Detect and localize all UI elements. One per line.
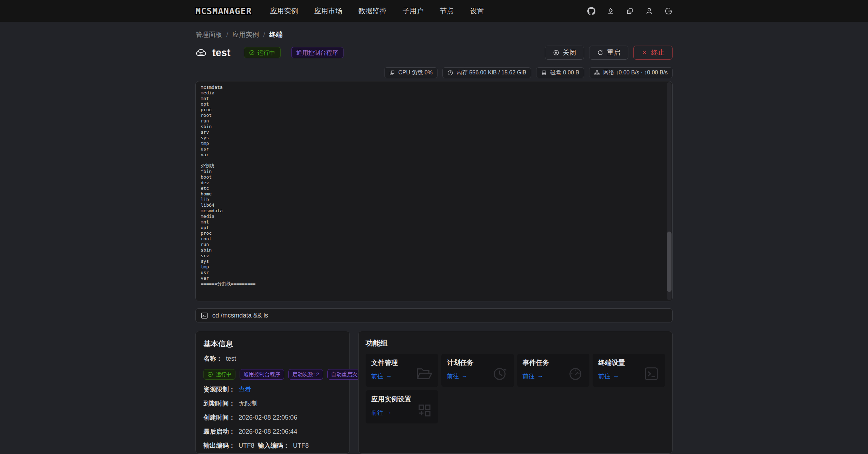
cloud-server-icon: [195, 47, 207, 58]
breadcrumb-dashboard[interactable]: 管理面板: [195, 30, 222, 39]
terminal-scrollbar-thumb[interactable]: [667, 232, 672, 292]
main-nav: 应用实例 应用市场 数据监控 子用户 节点 设置: [270, 6, 484, 16]
breadcrumb-instances[interactable]: 应用实例: [232, 30, 259, 39]
reload-icon: [597, 49, 603, 56]
arrow-right-icon: →: [538, 372, 543, 380]
tile-terminal-settings[interactable]: 终端设置 前往→: [593, 354, 665, 387]
expiry-row: 到期时间： 无限制: [203, 399, 342, 408]
resource-stats: CPU 负载 0% 内存 556.00 KiB / 15.62 GiB 磁盘 0…: [195, 67, 673, 78]
goto-instance-settings-link[interactable]: 前往→: [371, 409, 392, 417]
dashboard-gauge-icon: [566, 365, 585, 383]
pause-circle-icon: [553, 49, 559, 56]
close-x-icon: [641, 49, 648, 56]
goto-scheduled-tasks-link[interactable]: 前往→: [447, 372, 468, 380]
apps-blocks-icon: [415, 401, 433, 419]
close-button[interactable]: 关闭: [545, 46, 584, 60]
goto-file-management-link[interactable]: 前往→: [371, 372, 392, 380]
goto-event-tasks-link[interactable]: 前往→: [523, 372, 543, 380]
breadcrumb-terminal: 终端: [269, 30, 283, 39]
tile-file-management[interactable]: 文件管理 前往→: [366, 354, 438, 387]
navbar-icons: [587, 7, 673, 15]
cpu-stat: CPU 负载 0%: [384, 67, 438, 78]
schedule-clock-icon: [491, 365, 509, 383]
terminal-output: mcsmdata media mnt opt proc root run sbi…: [196, 81, 672, 290]
nav-item-settings[interactable]: 设置: [470, 6, 484, 16]
arrow-right-icon: →: [613, 372, 619, 380]
modules-icon[interactable]: [626, 7, 634, 15]
app-logo[interactable]: MCSMANAGER: [195, 6, 252, 16]
top-navbar: MCSMANAGER 应用实例 应用市场 数据监控 子用户 节点 设置: [0, 0, 868, 22]
restart-button[interactable]: 重启: [589, 46, 628, 60]
instance-badges: 运行中 通用控制台程序 启动次数: 2 自动重启次数: 0: [203, 369, 342, 380]
nav-item-monitoring[interactable]: 数据监控: [359, 6, 387, 16]
github-icon[interactable]: [587, 7, 595, 15]
theme-icon[interactable]: [607, 7, 615, 15]
function-group-card: 功能组 文件管理 前往→ 计划任务 前往→ 事件任务: [358, 331, 673, 454]
command-input-wrap: [195, 308, 673, 322]
tile-instance-settings[interactable]: 应用实例设置 前往→: [366, 390, 438, 423]
network-stat: 网络 ↓0.00 B/s · ↑0.00 B/s: [589, 67, 673, 78]
user-icon[interactable]: [645, 7, 653, 15]
basic-info-title: 基本信息: [203, 339, 342, 349]
last-start-row: 最后启动： 2026-02-08 22:06:44: [203, 427, 342, 436]
nav-item-market[interactable]: 应用市场: [314, 6, 342, 16]
memory-stat: 内存 556.00 KiB / 15.62 GiB: [442, 67, 531, 78]
arrow-right-icon: →: [386, 409, 392, 417]
basic-info-card: 基本信息 名称： test 运行中 通用控制台程序 启动次数: 2 自动重启次数…: [195, 331, 350, 454]
created-row: 创建时间： 2026-02-08 22:05:06: [203, 413, 342, 422]
arrow-right-icon: →: [386, 372, 392, 380]
terminal-icon: [642, 365, 660, 383]
encoding-row: 输出编码： UTF8 输入编码： UTF8: [203, 441, 342, 450]
instance-header: test 运行中 通用控制台程序 关闭 重启 终止: [195, 46, 673, 60]
page-title: test: [212, 47, 231, 59]
check-circle-icon: [207, 372, 213, 377]
status-badge: 运行中: [244, 47, 281, 58]
nav-item-instances[interactable]: 应用实例: [270, 6, 298, 16]
function-group-title: 功能组: [366, 338, 665, 348]
gauge-icon: [447, 70, 453, 76]
breadcrumb: 管理面板 / 应用实例 / 终端: [195, 30, 673, 39]
goto-terminal-settings-link[interactable]: 前往→: [598, 372, 619, 380]
disk-stat: 磁盘 0.00 B: [536, 67, 584, 78]
status-badge: 运行中: [203, 369, 235, 380]
database-icon: [541, 70, 547, 76]
type-badge: 通用控制台程序: [240, 369, 284, 380]
command-input[interactable]: [212, 312, 667, 319]
nav-item-nodes[interactable]: 节点: [440, 6, 454, 16]
cpu-icon: [389, 70, 395, 76]
start-count-badge: 启动次数: 2: [288, 369, 323, 380]
logout-icon[interactable]: [665, 7, 673, 15]
check-circle-icon: [249, 50, 255, 55]
tile-event-tasks[interactable]: 事件任务 前往→: [517, 354, 590, 387]
arrow-right-icon: →: [462, 372, 468, 380]
kill-button[interactable]: 终止: [633, 46, 673, 60]
terminal-panel: mcsmdata media mnt opt proc root run sbi…: [195, 81, 673, 301]
nav-item-subusers[interactable]: 子用户: [403, 6, 424, 16]
breadcrumb-separator: /: [263, 31, 265, 39]
view-limit-link[interactable]: 查看: [239, 385, 251, 394]
cluster-icon: [594, 70, 600, 76]
type-badge: 通用控制台程序: [291, 47, 343, 58]
resource-limit-row: 资源限制： 查看: [203, 385, 342, 394]
folder-open-icon: [415, 365, 433, 383]
tile-scheduled-tasks[interactable]: 计划任务 前往→: [441, 354, 514, 387]
breadcrumb-separator: /: [226, 31, 228, 39]
name-row: 名称： test: [203, 354, 342, 363]
terminal-prompt-icon: [201, 312, 208, 319]
